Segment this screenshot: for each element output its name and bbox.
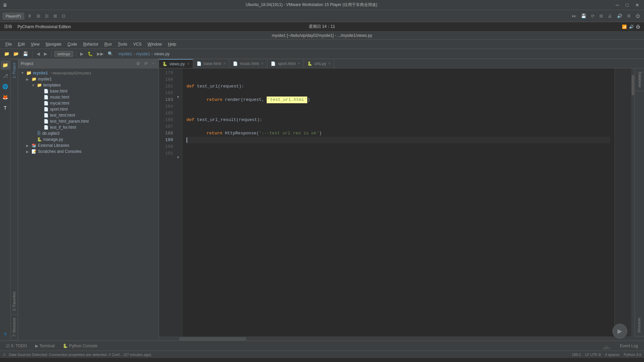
player-menu-button[interactable]: Player(P) — [3, 13, 24, 19]
back-button[interactable]: ◀ — [35, 51, 41, 57]
maximize-button[interactable]: □ — [624, 2, 631, 8]
menu-tools[interactable]: Tools — [115, 41, 130, 48]
breadcrumb-root[interactable]: mysite1 — [118, 52, 132, 56]
linenum-179: 179 — [159, 70, 173, 76]
rpanel-tab-structure[interactable]: Structure — [635, 314, 644, 337]
run-button[interactable]: ▶▶ — [96, 51, 105, 57]
vm-right-7[interactable]: ⚙ — [626, 13, 632, 19]
tree-item-music-html[interactable]: ▶ 📄 music.html — [18, 94, 159, 100]
tab-label-views-py: views.py — [169, 62, 185, 66]
tree-item-db-sqlite3[interactable]: ▶ 🗄 db.sqlite3 — [18, 130, 159, 136]
tab-close-music-html[interactable]: ✕ — [261, 62, 264, 65]
tree-item-test-html-param[interactable]: ▶ 📄 test_html_param.html — [18, 118, 159, 124]
help-icon[interactable]: ? — [1, 330, 10, 339]
bottom-tab-python-console[interactable]: 🐍 Python Console — [59, 342, 101, 350]
breadcrumb-file[interactable]: views.py — [154, 52, 170, 56]
tree-item-test-html[interactable]: ▶ 📄 test_html.html — [18, 112, 159, 118]
status-icon: ⚠ — [3, 352, 6, 357]
tree-item-base-html[interactable]: ▶ 📄 base.html — [18, 88, 159, 94]
vtab-favorites[interactable]: 2: Favorites — [11, 288, 18, 314]
code-area[interactable]: def test_url(request): return render(req… — [182, 68, 614, 337]
debug-button[interactable]: 🐛 — [86, 51, 94, 57]
menu-help[interactable]: Help — [165, 41, 179, 48]
new-file-button[interactable]: 📁 — [3, 51, 11, 57]
tab-close-urls-py[interactable]: ✕ — [328, 62, 331, 65]
tab-close-views-py[interactable]: ✕ — [187, 62, 190, 66]
firefox-icon[interactable]: 🦊 — [1, 93, 10, 102]
menu-navigate[interactable]: Navigate — [43, 41, 64, 48]
project-icon[interactable]: 📁 — [1, 60, 10, 70]
project-sync-button[interactable]: ⟳ — [143, 60, 149, 67]
run-config-button[interactable]: ▶ — [79, 51, 85, 57]
rpanel-tab-database[interactable]: Database — [635, 68, 644, 91]
vm-right-5[interactable]: 🖨 — [606, 13, 613, 19]
wave-bar-3 — [605, 347, 606, 349]
menu-run[interactable]: Run — [102, 41, 114, 48]
menu-view[interactable]: View — [28, 41, 42, 48]
vm-button-4[interactable]: ⊡ — [60, 13, 67, 19]
tree-item-ext-libs[interactable]: ▶ 📚 External Libraries — [18, 142, 159, 148]
tab-base-html[interactable]: 📄 base.html ✕ — [193, 59, 229, 68]
tree-item-test-if-for[interactable]: ▶ 📄 test_if_for.html — [18, 124, 159, 130]
run-floating-button[interactable]: ▶ — [612, 324, 627, 339]
ubuntu-topbar: 活动 PyCharm Professional Edition 星期日 14：1… — [0, 22, 644, 32]
menu-refactor[interactable]: Refactor — [80, 41, 101, 48]
tree-item-mycal-html[interactable]: ▶ 📄 mycal.html — [18, 100, 159, 106]
vm-right-8[interactable]: ⏻ — [634, 13, 641, 19]
minimize-button[interactable]: ─ — [614, 2, 621, 8]
tree-item-mysite1-root[interactable]: ▼ 📁 mysite1 ~/tedu/vip/day02/mysite1 — [18, 70, 159, 76]
vm-button-3[interactable]: ⊠ — [52, 13, 58, 19]
vm-button-1[interactable]: ⊞ — [35, 13, 42, 19]
scrollbar-thumb[interactable] — [632, 75, 634, 95]
tab-music-html[interactable]: 📄 music.html ✕ — [229, 59, 267, 68]
tab-views-py[interactable]: 🐍 views.py ✕ — [159, 59, 193, 68]
menu-window[interactable]: Window — [145, 41, 165, 48]
menu-file[interactable]: File — [3, 41, 14, 48]
vtab-structure[interactable]: 7: Structure — [11, 314, 18, 341]
minimap — [614, 68, 635, 337]
editor-hscroll[interactable] — [159, 337, 644, 341]
toolbar-search[interactable]: 🔍 — [106, 51, 114, 57]
code-line-189[interactable] — [186, 137, 610, 143]
tree-item-sport-html[interactable]: ▶ 📄 sport.html — [18, 106, 159, 112]
bottom-tab-event-log[interactable]: Event Log — [616, 342, 641, 350]
tree-item-scratches[interactable]: ▶ 📝 Scratches and Consoles — [18, 148, 159, 155]
project-settings-button[interactable]: ⚙ — [135, 60, 142, 67]
breadcrumb-module[interactable]: mysite1 — [136, 52, 150, 56]
menu-code[interactable]: Code — [65, 41, 80, 48]
vm-button-2[interactable]: ⊟ — [44, 13, 50, 19]
tab-icon-base-html: 📄 — [197, 61, 202, 66]
tab-urls-py[interactable]: 🐍 urls.py ✕ — [304, 59, 334, 68]
menu-edit[interactable]: Edit — [15, 41, 28, 48]
vm-right-2[interactable]: 💾 — [580, 13, 588, 19]
settings-button[interactable]: settings — [54, 51, 73, 57]
activities-button[interactable]: 活动 — [4, 24, 12, 29]
project-collapse-button[interactable]: − — [151, 60, 156, 67]
vcs-icon[interactable]: ⎇ — [1, 71, 10, 80]
browser-icon[interactable]: 🌐 — [1, 82, 10, 91]
bottom-tab-todo[interactable]: ☑ 6: TODO — [3, 342, 31, 350]
code-line-183: return render(request, 'test_url.html') — [186, 97, 610, 103]
hscroll-thumb[interactable] — [179, 337, 246, 341]
open-button[interactable]: 📂 — [12, 51, 20, 57]
vm-right-1[interactable]: ⏭ — [571, 13, 578, 19]
vm-right-3[interactable]: ⟳ — [590, 13, 596, 19]
vm-right-4[interactable]: ⊞ — [598, 13, 604, 19]
tab-close-sport-html[interactable]: ✕ — [298, 62, 300, 65]
bottom-tab-terminal[interactable]: ▶ Terminal — [32, 342, 58, 350]
save-button[interactable]: 💾 — [21, 51, 30, 57]
menu-vcs[interactable]: VCS — [130, 41, 144, 48]
pause-button[interactable]: ⏸ — [26, 13, 33, 19]
tree-item-manage-py[interactable]: ▶ 🐍 manage.py — [18, 136, 159, 142]
tree-item-mysite1-sub[interactable]: ▶ 📁 mysite1 — [18, 76, 159, 82]
status-message: Data Sources Detected: Connection proper… — [9, 353, 151, 357]
vtab-project[interactable]: 1: Project — [11, 59, 18, 81]
tab-close-base-html[interactable]: ✕ — [223, 62, 226, 65]
tab-sport-html[interactable]: 📄 sport.html ✕ — [267, 59, 304, 68]
forward-button[interactable]: ▶ — [43, 51, 49, 57]
typora-icon[interactable]: T — [1, 103, 10, 113]
tree-item-templates[interactable]: ▼ 📁 templates — [18, 82, 159, 88]
vm-right-6[interactable]: 🔊 — [615, 13, 624, 19]
scrollbar-track[interactable] — [631, 68, 635, 337]
close-button[interactable]: ✕ — [633, 2, 641, 8]
